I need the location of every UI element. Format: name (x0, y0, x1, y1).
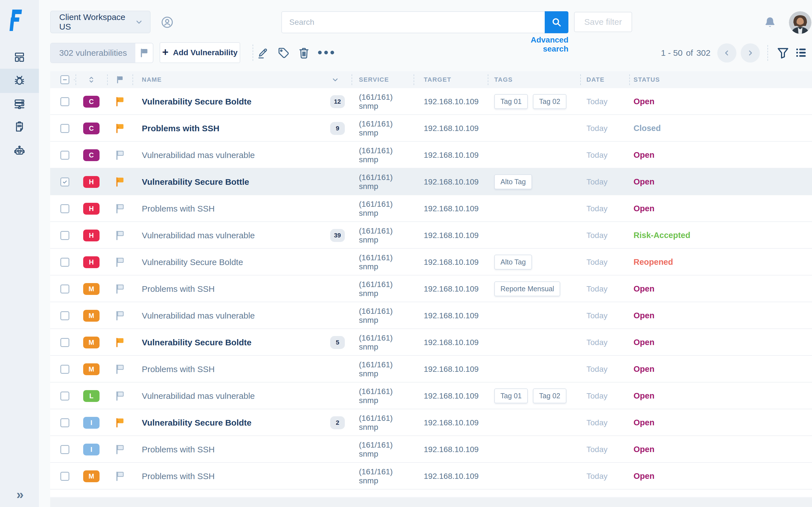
tag-chip[interactable]: Alto Tag (494, 255, 532, 270)
table-row[interactable]: HVulnerabilidad mas vulnerable39(161/161… (50, 222, 812, 249)
pagination-next-button[interactable] (741, 43, 760, 62)
flag-icon[interactable] (107, 249, 133, 276)
row-checkbox[interactable] (60, 151, 69, 160)
vulnerability-name[interactable]: Problems with SSH (142, 204, 214, 214)
flag-icon[interactable] (107, 222, 133, 249)
vulnerability-name[interactable]: Problems with SSH (142, 364, 214, 374)
row-checkbox[interactable] (60, 418, 69, 427)
faraday-logo[interactable] (8, 9, 22, 32)
row-checkbox[interactable] (60, 231, 69, 240)
tag-chip[interactable]: Tag 02 (533, 94, 566, 109)
select-menu-chevron-icon[interactable] (73, 76, 75, 83)
flag-icon[interactable] (107, 463, 133, 490)
bottom-scroll-strip[interactable] (50, 497, 812, 507)
edit-button[interactable] (256, 46, 270, 60)
vulnerability-name[interactable]: Problems with SSH (142, 471, 214, 481)
vulnerability-name[interactable]: Problems with SSH (142, 284, 214, 294)
vulnerability-name[interactable]: Vulnerability Secure Bottle (142, 177, 249, 187)
search-input[interactable] (282, 11, 545, 33)
row-checkbox[interactable] (60, 284, 69, 293)
table-row[interactable]: MProblems with SSH(161/161) snmp192.168.… (50, 463, 812, 490)
list-view-button[interactable] (794, 46, 808, 60)
flag-icon[interactable] (107, 302, 133, 329)
table-row[interactable]: CVulnerabilidad mas vulnerable(161/161) … (50, 142, 812, 168)
user-avatar[interactable] (789, 11, 811, 34)
notifications-bell-icon[interactable] (763, 15, 777, 31)
filter-button[interactable] (776, 46, 790, 60)
table-row[interactable]: MProblems with SSH(161/161) snmp192.168.… (50, 276, 812, 302)
table-row[interactable]: CProblems with SSH9(161/161) snmp192.168… (50, 115, 812, 142)
flag-column-header[interactable] (107, 71, 133, 88)
table-row[interactable]: LVulnerabilidad mas vulnerable(161/161) … (50, 383, 812, 409)
more-actions-button[interactable] (318, 51, 334, 54)
vulnerability-name[interactable]: Vulnerabilidad mas vulnerable (142, 391, 255, 401)
flag-icon[interactable] (107, 195, 133, 222)
column-header-tags[interactable]: TAGS (488, 71, 580, 88)
table-row[interactable]: HVulnerability Secure Boldte(161/161) sn… (50, 249, 812, 276)
flag-icon[interactable] (107, 383, 133, 409)
sidebar-item-hosts[interactable] (0, 93, 39, 117)
table-row[interactable]: MProblems with SSH(161/161) snmp192.168.… (50, 356, 812, 383)
vulnerability-name[interactable]: Vulnerabilidad mas vulnerable (142, 311, 255, 321)
table-row[interactable]: HProblems with SSH(161/161) snmp192.168.… (50, 195, 812, 222)
delete-button[interactable] (297, 46, 311, 60)
vulnerability-name[interactable]: Vulnerabilidad mas vulnerable (142, 151, 255, 160)
select-all-checkbox[interactable] (60, 75, 69, 84)
table-row[interactable]: CVulnerability Secure Boldte12(161/161) … (50, 88, 812, 115)
row-checkbox[interactable] (60, 204, 69, 213)
table-row[interactable]: MVulnerability Secure Boldte5(161/161) s… (50, 329, 812, 356)
flag-icon[interactable] (107, 356, 133, 383)
sidebar-item-dashboard[interactable] (0, 46, 39, 70)
workspace-selector[interactable]: Client Workspace US (50, 11, 151, 33)
row-checkbox[interactable] (60, 472, 69, 481)
vulnerability-name[interactable]: Vulnerability Secure Boldte (142, 258, 243, 267)
sidebar-expand-button[interactable]: » (0, 487, 39, 502)
flag-icon-flagged[interactable] (107, 409, 133, 436)
row-checkbox[interactable] (60, 445, 69, 454)
table-row[interactable]: MVulnerabilidad mas vulnerable(161/161) … (50, 302, 812, 329)
table-row[interactable]: IProblems with SSH(161/161) snmp192.168.… (50, 436, 812, 463)
add-vulnerability-button[interactable]: + Add Vulnerability (160, 42, 240, 63)
vulnerability-name[interactable]: Problems with SSH (142, 124, 219, 133)
tag-chip[interactable]: Alto Tag (494, 174, 532, 189)
table-row[interactable]: HVulnerability Secure Bottle(161/161) sn… (50, 168, 812, 195)
row-checkbox[interactable] (60, 365, 69, 374)
flag-icon-flagged[interactable] (107, 88, 133, 115)
vulnerability-name[interactable]: Vulnerability Secure Boldte (142, 338, 252, 347)
flag-icon[interactable] (107, 436, 133, 463)
vulnerability-name[interactable]: Vulnerability Secure Boldte (142, 418, 252, 428)
tag-chip[interactable]: Tag 02 (533, 388, 566, 403)
sidebar-item-vulnerabilities[interactable] (0, 69, 39, 93)
column-header-name[interactable]: NAME (133, 71, 352, 88)
tag-chip[interactable]: Tag 01 (494, 388, 528, 403)
advanced-search-link[interactable]: Advanced search (505, 36, 568, 54)
sort-direction-chevron-icon[interactable] (331, 76, 339, 83)
flag-icon[interactable] (107, 142, 133, 168)
row-checkbox[interactable] (60, 97, 69, 106)
tag-chip[interactable]: Reporte Mensual (494, 281, 560, 296)
row-checkbox[interactable] (60, 258, 69, 267)
flag-icon[interactable] (107, 276, 133, 302)
tag-button[interactable] (277, 46, 290, 60)
profile-icon[interactable] (160, 15, 174, 29)
row-checkbox[interactable] (60, 177, 69, 186)
row-checkbox[interactable] (60, 311, 69, 320)
sidebar-item-automation[interactable] (0, 140, 39, 164)
tag-chip[interactable]: Tag 01 (494, 94, 528, 109)
vulnerability-name[interactable]: Vulnerability Secure Boldte (142, 97, 252, 107)
table-row[interactable]: IVulnerability Secure Boldte2(161/161) s… (50, 409, 812, 436)
pagination-prev-button[interactable] (717, 43, 737, 62)
row-checkbox[interactable] (60, 338, 69, 347)
row-checkbox[interactable] (60, 124, 69, 133)
row-checkbox[interactable] (60, 392, 69, 400)
vulnerability-name[interactable]: Vulnerabilidad mas vulnerable (142, 231, 255, 240)
flag-filter-button[interactable] (135, 43, 153, 62)
column-header-service[interactable]: SERVICE (352, 71, 414, 88)
search-button[interactable] (545, 11, 568, 33)
column-header-date[interactable]: DATE (580, 71, 629, 88)
save-filter-button[interactable]: Save filter (574, 12, 632, 32)
sidebar-item-reports[interactable] (0, 115, 39, 139)
sort-severity-header[interactable] (75, 71, 107, 88)
column-header-status[interactable]: STATUS (629, 71, 812, 88)
flag-icon-flagged[interactable] (107, 115, 133, 142)
